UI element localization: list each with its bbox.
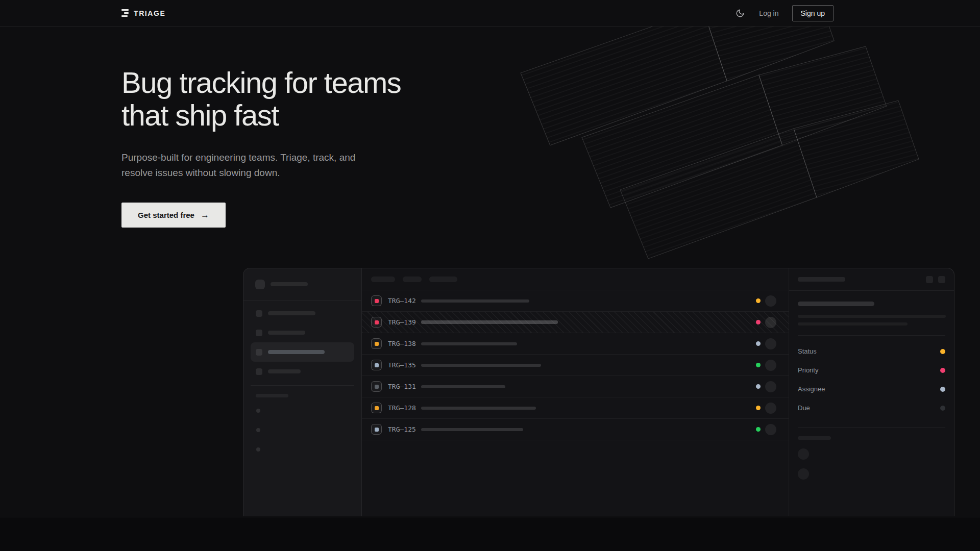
status-dot	[756, 320, 761, 324]
sidebar-divider	[251, 385, 354, 386]
issue-id: TRG–128	[388, 404, 416, 412]
detail-breadcrumb-placeholder	[798, 277, 845, 282]
issue-type-icon	[371, 317, 382, 328]
comment-avatar-placeholder	[798, 468, 809, 480]
signup-button[interactable]: Sign up	[792, 5, 834, 21]
get-started-button[interactable]: Get started free →	[121, 203, 226, 228]
issue-row: TRG–138	[362, 333, 789, 355]
arrow-right-icon: →	[201, 210, 209, 220]
issue-row: TRG–139	[362, 312, 789, 333]
app-mockup-card: TRG–142TRG–139TRG–138TRG–135TRG–131TRG–1…	[243, 268, 954, 516]
nav-actions: Log in Sign up	[734, 5, 834, 21]
hero-subtitle: Purpose-built for engineering teams. Tri…	[121, 150, 361, 181]
filter-pill-placeholder	[429, 277, 457, 282]
issue-id: TRG–125	[388, 425, 416, 433]
issue-field-row: Assignee	[798, 380, 945, 398]
sidebar-section-label-placeholder	[256, 394, 288, 397]
sidebar-item-placeholder-active	[251, 342, 354, 362]
issue-title-placeholder	[798, 302, 874, 306]
sidebar-item-placeholder	[251, 323, 354, 342]
issue-title-placeholder	[421, 342, 517, 345]
brand-logo[interactable]: TRIAGE	[121, 9, 166, 17]
issue-title-placeholder	[421, 385, 505, 388]
sidebar-item-icon-placeholder	[256, 349, 262, 356]
mockup-sidebar-nav	[243, 300, 361, 381]
field-value-dot	[940, 368, 945, 373]
issue-type-icon	[371, 295, 382, 306]
detail-panel-actions	[926, 276, 945, 283]
triage-logo-icon	[121, 9, 129, 17]
issue-field-row: Due	[798, 398, 945, 417]
issue-type-icon	[371, 360, 382, 370]
issue-id: TRG–139	[388, 318, 416, 326]
sidebar-dot-placeholder	[256, 447, 260, 452]
field-label: Due	[798, 404, 810, 412]
issue-type-icon	[371, 381, 382, 392]
hero-section: Bug tracking for teams that ship fast Pu…	[0, 66, 980, 516]
issue-id: TRG–135	[388, 361, 416, 369]
issue-rows: TRG–142TRG–139TRG–138TRG–135TRG–131TRG–1…	[362, 290, 789, 440]
detail-panel-header	[789, 268, 954, 291]
mockup-issue-list: TRG–142TRG–139TRG–138TRG–135TRG–131TRG–1…	[362, 268, 789, 516]
field-value-dot	[940, 387, 945, 392]
footer	[0, 517, 980, 551]
assignee-avatar-placeholder	[765, 317, 776, 328]
filter-pill-placeholder	[403, 277, 422, 282]
status-dot	[756, 341, 761, 346]
theme-toggle-moon-icon[interactable]	[734, 8, 746, 19]
field-label: Assignee	[798, 385, 825, 393]
issue-type-icon	[371, 338, 382, 349]
field-value-dot	[940, 406, 945, 411]
comments-label-placeholder	[798, 436, 831, 440]
issue-fields: StatusPriorityAssigneeDue	[798, 342, 945, 417]
workspace-avatar-placeholder	[255, 280, 265, 289]
issue-id: TRG–138	[388, 340, 416, 347]
mockup-sidebar	[243, 268, 362, 516]
detail-panel-body: StatusPriorityAssigneeDue	[789, 302, 954, 480]
field-label: Priority	[798, 366, 818, 374]
hero-title: Bug tracking for teams that ship fast	[121, 66, 980, 132]
issue-row: TRG–125	[362, 419, 789, 440]
sidebar-item-icon-placeholder	[256, 368, 262, 375]
issue-row: TRG–135	[362, 355, 789, 376]
issue-row: TRG–128	[362, 397, 789, 419]
issue-field-row: Priority	[798, 361, 945, 380]
assignee-avatar-placeholder	[765, 360, 776, 371]
hero-title-line1: Bug tracking for teams	[121, 66, 401, 99]
panel-divider	[798, 335, 945, 336]
login-link[interactable]: Log in	[759, 9, 778, 17]
hero-title-line2: that ship fast	[121, 98, 279, 132]
workspace-name-placeholder	[271, 282, 308, 286]
issue-row: TRG–131	[362, 376, 789, 397]
status-dot	[756, 363, 761, 367]
issue-title-placeholder	[421, 364, 541, 367]
sidebar-item-placeholder	[251, 304, 354, 323]
issue-field-row: Status	[798, 342, 945, 361]
panel-action-button-placeholder	[938, 276, 945, 283]
sidebar-item-placeholder	[251, 362, 354, 381]
issue-id: TRG–131	[388, 383, 416, 390]
issue-type-icon	[371, 403, 382, 413]
status-dot	[756, 406, 761, 410]
field-value-dot	[940, 349, 945, 354]
sidebar-dot-placeholder	[256, 409, 260, 413]
status-dot	[756, 384, 761, 389]
mockup-detail-panel: StatusPriorityAssigneeDue	[789, 268, 954, 516]
mockup-workspace-switcher	[243, 268, 361, 300]
comment-avatar-placeholder	[798, 448, 809, 460]
sidebar-item-icon-placeholder	[256, 330, 262, 336]
field-label: Status	[798, 347, 817, 355]
issue-title-placeholder	[421, 428, 523, 431]
filter-pill-placeholder	[371, 277, 395, 282]
issue-description-placeholder	[798, 322, 908, 325]
issue-title-placeholder	[421, 299, 529, 303]
assignee-avatar-placeholder	[765, 403, 776, 414]
get-started-label: Get started free	[138, 211, 194, 219]
issue-description-placeholder	[798, 315, 946, 318]
status-dot	[756, 298, 761, 303]
assignee-avatar-placeholder	[765, 381, 776, 392]
panel-divider	[798, 427, 945, 428]
issue-id: TRG–142	[388, 297, 416, 305]
sidebar-dot-placeholder	[256, 428, 260, 432]
panel-action-button-placeholder	[926, 276, 933, 283]
